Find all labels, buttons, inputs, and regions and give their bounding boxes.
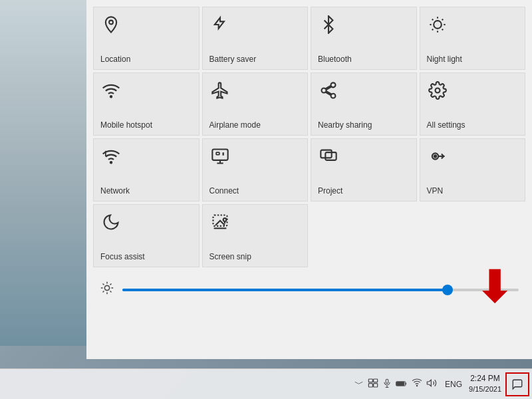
svg-line-7 xyxy=(442,29,443,31)
tile-focus-assist[interactable]: Focus assist xyxy=(93,204,200,267)
brightness-icon xyxy=(100,281,114,299)
tile-all-settings-label: All settings xyxy=(427,120,466,130)
tile-vpn[interactable]: VPN xyxy=(420,138,526,201)
language-label[interactable]: ENG xyxy=(442,380,465,389)
svg-rect-14 xyxy=(212,150,227,160)
tile-screen-snip[interactable]: Screen snip xyxy=(202,204,309,267)
svg-rect-32 xyxy=(368,379,372,382)
taskbar-clock[interactable]: 2:24 PM 9/15/2021 xyxy=(465,373,505,394)
tile-connect-label: Connect xyxy=(209,186,239,196)
tile-project-label: Project xyxy=(318,186,342,196)
svg-line-9 xyxy=(432,29,433,31)
microphone-icon[interactable] xyxy=(382,378,392,390)
tile-bluetooth[interactable]: Bluetooth xyxy=(311,7,417,70)
tile-location[interactable]: Location xyxy=(93,7,200,70)
tile-battery-saver-label: Battery saver xyxy=(209,55,257,64)
volume-icon[interactable] xyxy=(426,378,437,390)
tile-focus-assist-label: Focus assist xyxy=(100,252,145,261)
svg-point-0 xyxy=(109,21,113,25)
brightness-fill xyxy=(122,289,448,291)
svg-rect-35 xyxy=(374,384,378,387)
svg-rect-34 xyxy=(368,384,372,387)
svg-line-28 xyxy=(102,283,104,285)
tile-nearby-sharing-label: Nearby sharing xyxy=(318,120,372,130)
svg-point-1 xyxy=(434,21,442,29)
annotation-arrow: ⬇ xyxy=(476,266,512,309)
svg-line-8 xyxy=(442,19,443,21)
taskbar-date: 9/15/2021 xyxy=(469,384,501,394)
brightness-slider[interactable] xyxy=(122,289,519,291)
svg-point-23 xyxy=(104,285,109,290)
tile-night-light-label: Night light xyxy=(427,55,462,64)
background-figure xyxy=(0,0,86,346)
tile-nearby-sharing[interactable]: Nearby sharing xyxy=(311,72,417,136)
svg-line-30 xyxy=(110,283,111,285)
tile-airplane-mode-label: Airplane mode xyxy=(209,120,261,130)
tile-mobile-hotspot[interactable]: Mobile hotspot xyxy=(93,72,200,136)
svg-point-19 xyxy=(434,155,436,158)
svg-rect-33 xyxy=(374,379,378,382)
tile-bluetooth-label: Bluetooth xyxy=(318,55,352,64)
tile-network[interactable]: Network xyxy=(93,138,200,201)
quick-actions-grid: Location Battery saver Bluetooth xyxy=(86,0,532,269)
svg-line-29 xyxy=(110,291,111,292)
svg-marker-42 xyxy=(427,380,431,386)
tile-project[interactable]: Project xyxy=(311,138,417,201)
tile-network-label: Network xyxy=(100,186,130,196)
tile-night-light[interactable]: Night light xyxy=(420,7,526,70)
svg-line-6 xyxy=(432,19,433,21)
task-view-icon[interactable] xyxy=(368,378,378,390)
svg-point-11 xyxy=(435,88,440,93)
tile-mobile-hotspot-label: Mobile hotspot xyxy=(100,120,152,130)
wifi-taskbar-icon[interactable] xyxy=(412,378,422,390)
svg-rect-17 xyxy=(325,152,336,160)
svg-rect-16 xyxy=(321,150,331,158)
svg-rect-15 xyxy=(216,152,219,155)
tile-battery-saver[interactable]: Battery saver xyxy=(202,7,309,70)
svg-rect-36 xyxy=(386,379,388,383)
svg-point-21 xyxy=(223,218,226,221)
battery-taskbar-icon[interactable] xyxy=(396,379,408,390)
taskbar: ﹀ xyxy=(0,368,532,399)
notification-center-button[interactable] xyxy=(505,372,529,396)
tile-connect[interactable]: Connect xyxy=(202,138,309,201)
brightness-thumb[interactable] xyxy=(442,285,453,295)
tile-all-settings[interactable]: All settings xyxy=(420,72,526,136)
brightness-row xyxy=(86,269,532,311)
tile-location-label: Location xyxy=(100,55,130,64)
svg-rect-40 xyxy=(396,382,404,385)
taskbar-time: 2:24 PM xyxy=(470,373,500,384)
taskbar-system-icons: ﹀ xyxy=(349,378,442,390)
svg-point-41 xyxy=(416,385,417,386)
chevron-up-icon[interactable]: ﹀ xyxy=(354,378,364,390)
action-center-panel: Location Battery saver Bluetooth xyxy=(86,0,532,359)
tile-vpn-label: VPN xyxy=(427,186,444,196)
svg-point-10 xyxy=(110,96,112,97)
tile-screen-snip-label: Screen snip xyxy=(209,252,251,261)
tile-airplane-mode[interactable]: Airplane mode xyxy=(202,72,309,136)
svg-point-12 xyxy=(110,162,112,163)
svg-line-31 xyxy=(102,291,104,292)
